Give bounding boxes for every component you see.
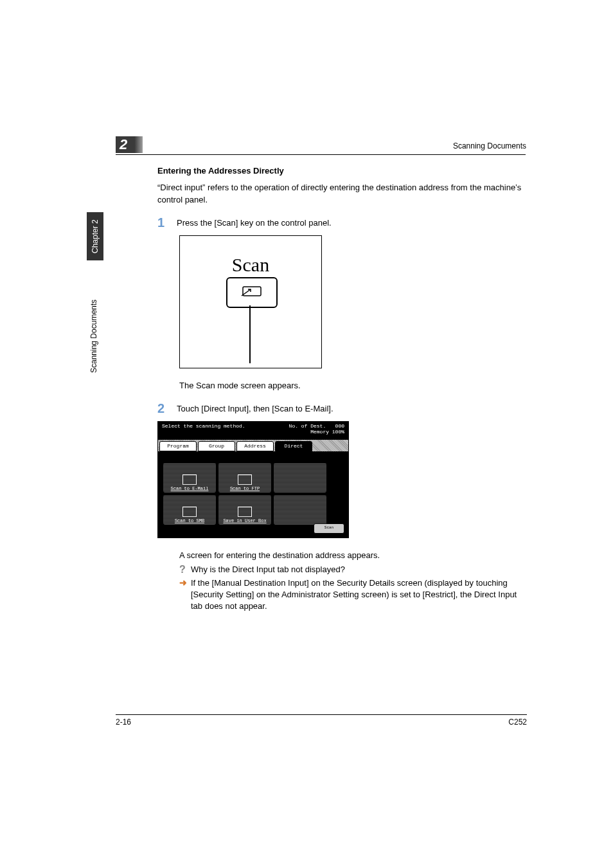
question-text: Why is the Direct Input tab not displaye… xyxy=(191,564,345,575)
btn-label: Scan to E-Mail xyxy=(171,486,209,491)
page-number: 2-16 xyxy=(116,718,131,727)
scan-hardware-button xyxy=(226,277,278,308)
screen-prompt: Select the scanning method. xyxy=(162,423,245,441)
question-row: ? Why is the Direct Input tab not displa… xyxy=(179,564,527,575)
blank-cell xyxy=(274,463,326,493)
dest-count-label: No. of Dest. xyxy=(289,423,326,429)
screen-body: Scan to E-Mail Scan to FTP Scan to SMB S… xyxy=(158,451,348,538)
chapter-number-badge: 2 xyxy=(116,136,143,153)
running-header: Scanning Documents xyxy=(453,141,526,150)
main-content: Entering the Addresses Directly “Direct … xyxy=(157,166,527,613)
btn-label: Save in User Box xyxy=(223,518,266,523)
btn-scan-to-smb[interactable]: Scan to SMB xyxy=(163,495,216,525)
scan-icon xyxy=(239,283,265,302)
sidebar: Chapter 2 Scanning Documents xyxy=(87,212,103,379)
step-number: 1 xyxy=(157,215,177,230)
tab-group[interactable]: Group xyxy=(198,441,235,451)
btn-save-user-box[interactable]: Save in User Box xyxy=(218,495,271,525)
tab-program[interactable]: Program xyxy=(159,441,197,451)
step-1: 1 Press the [Scan] key on the control pa… xyxy=(157,215,527,230)
btn-label: Scan to SMB xyxy=(175,518,204,523)
lcd-screenshot: Select the scanning method. No. of Dest.… xyxy=(157,421,349,538)
ftp-icon xyxy=(238,475,252,485)
memory-status: Memory 100% xyxy=(310,429,344,435)
step-number: 2 xyxy=(157,401,177,416)
question-icon: ? xyxy=(179,564,191,575)
scan-key-figure: Scan xyxy=(179,235,322,368)
screen-tabs: Program Group Address Book Direct Input xyxy=(158,440,348,451)
scan-cable-line xyxy=(249,305,251,363)
blank-cell xyxy=(274,495,326,525)
btn-scan-settings[interactable]: Scan Settings xyxy=(314,523,344,534)
answer-row: ➜ If the [Manual Destination Input] on t… xyxy=(179,577,527,613)
svg-rect-0 xyxy=(243,287,261,296)
step-2-result: A screen for entering the destination ad… xyxy=(179,550,527,562)
envelope-icon xyxy=(182,475,197,485)
sidebar-section-label: Scanning Documents xyxy=(89,270,98,373)
arrow-icon: ➜ xyxy=(179,577,191,588)
btn-label: Scan to FTP xyxy=(230,486,260,491)
tab-address-book[interactable]: Address Book xyxy=(236,441,274,451)
userbox-icon xyxy=(238,507,252,517)
step-text: Press the [Scan] key on the control pane… xyxy=(177,215,332,228)
btn-scan-to-email[interactable]: Scan to E-Mail xyxy=(163,463,216,493)
intro-paragraph: “Direct input” refers to the operation o… xyxy=(157,182,527,206)
step-2: 2 Touch [Direct Input], then [Scan to E-… xyxy=(157,401,527,416)
dest-count-value: 000 xyxy=(335,423,344,429)
model-name: C252 xyxy=(508,718,527,727)
header-rule xyxy=(116,154,526,155)
scan-key-label: Scan xyxy=(180,254,321,276)
section-heading: Entering the Addresses Directly xyxy=(157,166,527,176)
step-text: Touch [Direct Input], then [Scan to E-Ma… xyxy=(177,401,333,413)
btn-scan-to-ftp[interactable]: Scan to FTP xyxy=(218,463,271,493)
tab-direct-input[interactable]: Direct Input xyxy=(275,441,312,451)
smb-icon xyxy=(182,507,197,517)
sidebar-chapter-tab: Chapter 2 xyxy=(87,212,103,260)
step-1-result: The Scan mode screen appears. xyxy=(179,380,527,392)
footer: 2-16 C252 xyxy=(116,714,527,727)
answer-text: If the [Manual Destination Input] on the… xyxy=(191,577,527,613)
